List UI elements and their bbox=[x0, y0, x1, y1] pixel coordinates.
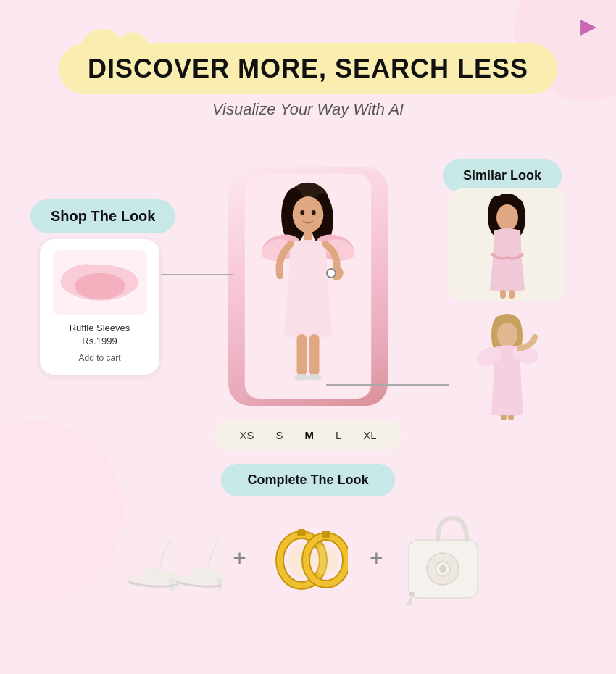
connector-line-2 bbox=[326, 384, 453, 386]
complete-look-items: + bbox=[0, 511, 616, 605]
svg-rect-58 bbox=[409, 592, 415, 596]
size-selector: XS S M L XL bbox=[214, 420, 401, 450]
svg-point-9 bbox=[312, 210, 316, 215]
similar-card-2[interactable] bbox=[449, 309, 565, 422]
svg-rect-16 bbox=[297, 334, 307, 376]
similar-look-button[interactable]: Similar Look bbox=[443, 159, 562, 192]
size-s[interactable]: S bbox=[272, 428, 286, 443]
size-l[interactable]: L bbox=[332, 428, 345, 443]
size-xl[interactable]: XL bbox=[359, 428, 380, 443]
product-price: Rs.1999 bbox=[51, 336, 149, 346]
svg-point-30 bbox=[496, 204, 518, 230]
complete-item-bag bbox=[391, 511, 499, 605]
complete-look-button[interactable]: Complete The Look bbox=[221, 464, 395, 496]
svg-rect-47 bbox=[297, 529, 306, 536]
header-cloud: DISCOVER MORE, SEARCH LESS bbox=[59, 43, 557, 94]
earrings-image bbox=[268, 522, 348, 594]
svg-rect-32 bbox=[509, 290, 515, 299]
svg-point-7 bbox=[293, 196, 324, 233]
svg-rect-44 bbox=[217, 578, 222, 591]
svg-rect-51 bbox=[322, 531, 330, 538]
similar-card-1-image bbox=[449, 188, 565, 301]
svg-point-18 bbox=[295, 374, 309, 381]
similar-card-1[interactable] bbox=[449, 188, 565, 301]
page-title: DISCOVER MORE, SEARCH LESS bbox=[88, 54, 528, 84]
connector-dot bbox=[326, 268, 336, 278]
svg-point-19 bbox=[307, 374, 321, 381]
product-card: Ruffle Sleeves Rs.1999 Add to cart bbox=[40, 239, 159, 375]
product-name: Ruffle Sleeves bbox=[51, 323, 149, 333]
model-image-container bbox=[228, 167, 388, 406]
header-subtitle: Visualize Your Way With AI bbox=[0, 100, 616, 119]
bag-image bbox=[398, 511, 492, 605]
complete-item-earrings bbox=[254, 511, 362, 605]
main-area: Shop The Look Similar Look bbox=[0, 145, 616, 674]
svg-point-38 bbox=[497, 323, 517, 347]
model-figure bbox=[243, 174, 373, 399]
svg-rect-31 bbox=[500, 290, 506, 299]
connector-line-1 bbox=[161, 274, 233, 275]
header: DISCOVER MORE, SEARCH LESS Visualize You… bbox=[0, 0, 616, 119]
svg-point-57 bbox=[439, 565, 446, 573]
svg-point-8 bbox=[300, 210, 304, 215]
plus-sign-1: + bbox=[233, 545, 246, 572]
shoes-image bbox=[120, 518, 222, 598]
svg-rect-42 bbox=[508, 415, 514, 420]
add-to-cart-button[interactable]: Add to cart bbox=[78, 353, 120, 363]
size-m[interactable]: M bbox=[301, 428, 317, 443]
size-xs[interactable]: XS bbox=[236, 428, 257, 443]
model-image bbox=[228, 167, 388, 406]
svg-rect-43 bbox=[169, 578, 175, 591]
complete-item-shoes bbox=[117, 511, 225, 605]
svg-rect-17 bbox=[309, 334, 320, 376]
shop-look-button[interactable]: Shop The Look bbox=[30, 199, 175, 233]
similar-look-grid bbox=[449, 188, 565, 422]
product-image bbox=[53, 250, 147, 315]
plus-sign-2: + bbox=[370, 545, 383, 572]
complete-look-section: Complete The Look bbox=[0, 464, 616, 605]
svg-point-24 bbox=[75, 273, 125, 299]
svg-rect-41 bbox=[501, 415, 507, 420]
svg-point-52 bbox=[315, 545, 338, 575]
similar-card-2-image bbox=[449, 309, 565, 422]
